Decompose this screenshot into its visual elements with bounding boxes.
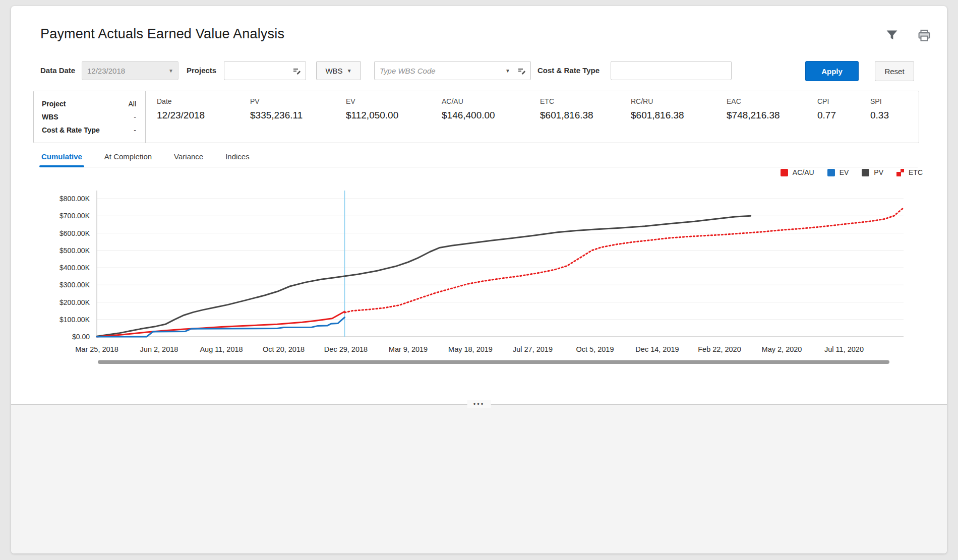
scope-row: ProjectAll <box>42 97 136 110</box>
legend-swatch-dot <box>896 172 901 176</box>
printer-icon[interactable] <box>918 29 931 42</box>
wbs-code-field[interactable]: ▼ <box>374 61 531 80</box>
series-etc <box>345 208 904 313</box>
scope-value: - <box>134 110 136 123</box>
legend-swatch <box>862 169 869 176</box>
filter-icon[interactable] <box>885 29 899 42</box>
chevron-down-icon[interactable]: ▼ <box>505 68 510 74</box>
tab-at-completion[interactable]: At Completion <box>103 148 153 167</box>
metric-label: ETC <box>540 97 620 105</box>
y-axis-tick: $800.00K <box>59 195 90 203</box>
wbs-dropdown-label: WBS <box>325 67 342 75</box>
y-axis-tick: $700.00K <box>59 212 90 220</box>
legend-swatch-dot <box>901 169 904 172</box>
summary-metric: CPI0.77 <box>806 97 859 143</box>
legend-swatch-dotted <box>896 169 904 176</box>
y-axis-tick: $100.00K <box>59 316 90 324</box>
legend-item-etc[interactable]: ETC <box>896 168 923 176</box>
metric-label: SPI <box>870 97 907 105</box>
ev-chart-svg: $0.00$100.00K$200.00K$300.00K$400.00K$50… <box>40 183 938 359</box>
series-ac-au <box>97 312 345 337</box>
metric-value: 0.77 <box>817 110 859 121</box>
data-date-input[interactable] <box>82 61 178 80</box>
summary-metric: PV$335,236.11 <box>239 97 335 143</box>
cost-rate-type-input[interactable] <box>611 61 731 80</box>
x-axis-tick: Mar 25, 2018 <box>75 345 118 353</box>
x-axis-tick: Feb 22, 2020 <box>698 345 741 353</box>
tab-indices[interactable]: Indices <box>224 148 251 167</box>
legend-swatch <box>781 169 788 176</box>
scope-label: Project <box>42 97 66 110</box>
scope-label: WBS <box>42 110 58 123</box>
projects-label: Projects <box>187 66 216 75</box>
metric-label: Date <box>157 97 239 105</box>
x-axis-tick: Mar 9, 2019 <box>389 345 428 353</box>
metric-value: $112,050.00 <box>346 110 431 121</box>
cost-rate-type-label: Cost & Rate Type <box>537 66 600 75</box>
summary-metric: AC/AU$146,400.00 <box>431 97 529 143</box>
summary-metrics: Date12/23/2018PV$335,236.11EV$112,050.00… <box>146 91 907 143</box>
x-axis-tick: Dec 14, 2019 <box>635 345 679 353</box>
legend-item-ac-au[interactable]: AC/AU <box>781 168 814 176</box>
tab-bar: CumulativeAt CompletionVarianceIndices <box>40 148 918 167</box>
reset-button[interactable]: Reset <box>875 61 914 81</box>
y-axis-tick: $600.00K <box>59 229 90 237</box>
metric-label: EV <box>346 97 431 105</box>
metric-value: $146,400.00 <box>442 110 529 121</box>
x-axis-tick: Jun 2, 2018 <box>140 345 178 353</box>
chart-legend: AC/AUEVPVETC <box>781 168 923 176</box>
x-axis-tick: May 2, 2020 <box>762 345 802 353</box>
metric-value: $601,816.38 <box>540 110 620 121</box>
y-axis-tick: $500.00K <box>59 246 90 255</box>
summary-metric: EAC$748,216.38 <box>715 97 806 143</box>
chart-time-scrollbar[interactable] <box>98 360 889 364</box>
metric-label: EAC <box>727 97 806 105</box>
scope-value: - <box>134 123 136 137</box>
y-axis-tick: $300.00K <box>59 281 90 289</box>
apply-button[interactable]: Apply <box>805 61 859 81</box>
metric-value: $601,816.38 <box>631 110 715 121</box>
wbs-dropdown-button[interactable]: WBS ▼ <box>316 61 361 80</box>
legend-label: PV <box>874 168 883 176</box>
metric-value: $748,216.38 <box>727 110 806 121</box>
summary-metric: Date12/23/2018 <box>146 97 239 143</box>
tab-cumulative[interactable]: Cumulative <box>40 148 83 167</box>
x-axis-tick: Aug 11, 2018 <box>200 345 243 353</box>
data-date-label: Data Date <box>40 66 75 75</box>
summary-scope: ProjectAllWBS-Cost & Rate Type- <box>34 91 146 143</box>
legend-label: ETC <box>909 168 923 176</box>
data-date-field[interactable]: ▼ <box>82 61 178 80</box>
legend-item-pv[interactable]: PV <box>862 168 883 176</box>
y-axis-tick: $200.00K <box>59 298 90 306</box>
legend-swatch <box>827 169 835 176</box>
summary-metric: EV$112,050.00 <box>335 97 431 143</box>
metric-label: CPI <box>817 97 859 105</box>
page-title: Payment Actuals Earned Value Analysis <box>40 26 284 42</box>
x-axis-tick: Oct 5, 2019 <box>576 345 614 353</box>
summary-metric: SPI0.33 <box>859 97 907 143</box>
legend-item-ev[interactable]: EV <box>827 168 849 176</box>
tab-variance[interactable]: Variance <box>173 148 204 167</box>
x-axis-tick: Dec 29, 2018 <box>324 345 368 353</box>
metric-label: AC/AU <box>442 97 529 105</box>
summary-panel: ProjectAllWBS-Cost & Rate Type- Date12/2… <box>33 91 919 143</box>
projects-field[interactable] <box>224 61 306 80</box>
metric-label: RC/RU <box>631 97 715 105</box>
screen: Payment Actuals Earned Value Analysis Da… <box>0 0 958 560</box>
summary-metric: RC/RU$601,816.38 <box>620 97 715 143</box>
scope-label: Cost & Rate Type <box>42 123 100 137</box>
x-axis-tick: Jul 27, 2019 <box>513 345 553 353</box>
x-axis-tick: May 18, 2019 <box>448 345 493 353</box>
legend-label: AC/AU <box>793 168 814 176</box>
y-axis-tick: $400.00K <box>59 264 90 272</box>
legend-label: EV <box>840 168 849 176</box>
picker-icon[interactable] <box>292 67 302 76</box>
cost-rate-type-field[interactable] <box>611 61 732 80</box>
ev-chart: $0.00$100.00K$200.00K$300.00K$400.00K$50… <box>40 183 938 359</box>
scope-value: All <box>128 97 136 110</box>
picker-icon[interactable] <box>517 67 526 76</box>
splitter-handle[interactable]: ••• <box>467 400 491 408</box>
metric-value: 0.33 <box>870 110 907 121</box>
x-axis-tick: Jul 11, 2020 <box>824 345 864 353</box>
metric-label: PV <box>250 97 335 105</box>
